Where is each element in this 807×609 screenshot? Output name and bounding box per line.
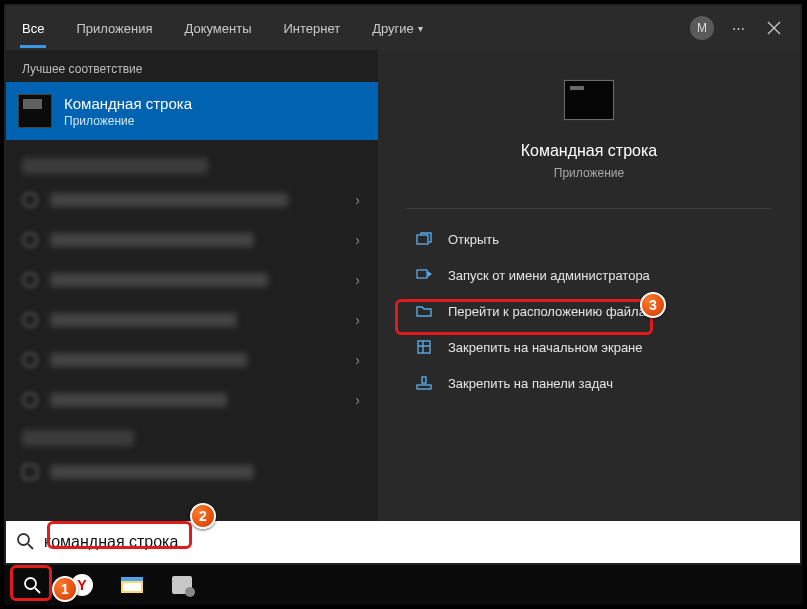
blurred-section-label xyxy=(22,430,134,446)
blurred-section-label xyxy=(22,158,208,174)
divider xyxy=(406,208,772,209)
user-avatar[interactable]: M xyxy=(684,10,720,46)
best-match-subtitle: Приложение xyxy=(64,114,192,128)
shield-admin-icon xyxy=(414,265,434,285)
action-label: Открыть xyxy=(448,232,499,247)
action-open-location[interactable]: Перейти к расположению файла xyxy=(406,293,772,329)
best-match-result[interactable]: Командная строка Приложение xyxy=(6,82,378,140)
search-header: Все Приложения Документы Интернет Другие… xyxy=(6,6,800,50)
tab-documents[interactable]: Документы xyxy=(168,6,267,50)
taskbar-settings-button[interactable] xyxy=(160,568,204,602)
svg-rect-5 xyxy=(417,385,431,389)
cmd-preview-icon xyxy=(564,80,614,120)
search-icon xyxy=(16,532,34,553)
best-match-title: Командная строка xyxy=(64,95,192,112)
svg-rect-4 xyxy=(418,341,430,353)
tab-apps[interactable]: Приложения xyxy=(60,6,168,50)
blurred-result[interactable]: › xyxy=(10,380,374,420)
results-left-pane: Лучшее соответствие Командная строка При… xyxy=(6,50,378,521)
blurred-result[interactable]: › xyxy=(10,220,374,260)
action-label: Запуск от имени администратора xyxy=(448,268,650,283)
svg-point-9 xyxy=(25,578,36,589)
tab-web[interactable]: Интернет xyxy=(267,6,356,50)
pin-start-icon xyxy=(414,337,434,357)
chevron-down-icon: ▾ xyxy=(418,23,423,34)
svg-point-7 xyxy=(18,534,29,545)
best-match-label: Лучшее соответствие xyxy=(6,50,378,82)
taskbar-explorer-button[interactable] xyxy=(110,568,154,602)
action-label: Перейти к расположению файла xyxy=(448,304,646,319)
blurred-result[interactable]: › xyxy=(10,300,374,340)
folder-location-icon xyxy=(414,301,434,321)
more-options-button[interactable]: ⋯ xyxy=(720,10,756,46)
blurred-result[interactable] xyxy=(10,452,374,492)
svg-rect-3 xyxy=(417,270,427,278)
tab-all[interactable]: Все xyxy=(6,6,60,50)
blurred-result[interactable]: › xyxy=(10,340,374,380)
cmd-icon xyxy=(18,94,52,128)
pin-taskbar-icon xyxy=(414,373,434,393)
svg-rect-6 xyxy=(422,377,426,383)
tab-more[interactable]: Другие▾ xyxy=(356,6,439,50)
action-run-as-admin[interactable]: Запуск от имени администратора xyxy=(406,257,772,293)
svg-line-10 xyxy=(35,588,40,593)
svg-line-8 xyxy=(28,544,33,549)
preview-title: Командная строка xyxy=(521,142,658,160)
taskbar: Y xyxy=(4,565,803,605)
taskbar-yandex-button[interactable]: Y xyxy=(60,568,104,602)
taskbar-search-button[interactable] xyxy=(10,568,54,602)
close-button[interactable] xyxy=(756,10,792,46)
action-pin-taskbar[interactable]: Закрепить на панели задач xyxy=(406,365,772,401)
blurred-result[interactable]: › xyxy=(10,180,374,220)
svg-rect-2 xyxy=(417,235,428,244)
action-pin-start[interactable]: Закрепить на начальном экране xyxy=(406,329,772,365)
preview-subtitle: Приложение xyxy=(554,166,624,180)
search-input[interactable] xyxy=(44,533,790,551)
action-label: Закрепить на панели задач xyxy=(448,376,613,391)
preview-pane: Командная строка Приложение Открыть Запу… xyxy=(378,50,800,521)
action-open[interactable]: Открыть xyxy=(406,221,772,257)
search-box[interactable] xyxy=(6,521,800,563)
action-label: Закрепить на начальном экране xyxy=(448,340,643,355)
close-icon xyxy=(767,21,781,35)
blurred-result[interactable]: › xyxy=(10,260,374,300)
open-icon xyxy=(414,229,434,249)
